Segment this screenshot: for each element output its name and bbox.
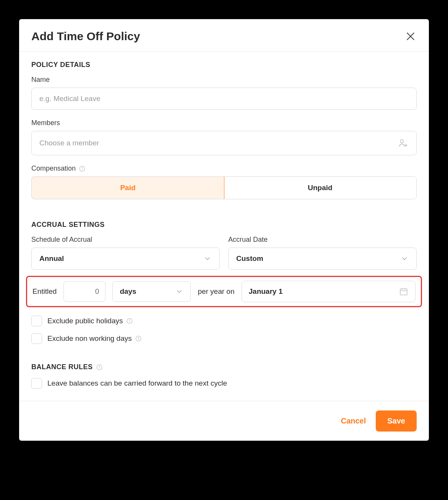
schedule-value: Annual: [39, 254, 64, 263]
exclude-holidays-checkbox[interactable]: [31, 316, 42, 326]
name-label: Name: [31, 76, 417, 84]
entitlement-row-highlighted: Entitled days per year on January 1: [26, 276, 422, 307]
accrual-settings-heading: ACCRUAL SETTINGS: [31, 221, 417, 229]
info-icon[interactable]: [126, 318, 133, 324]
entitled-amount-input[interactable]: [63, 281, 106, 302]
members-placeholder: Choose a member: [39, 139, 99, 147]
svg-point-7: [82, 167, 82, 168]
accrual-date-value: Custom: [236, 254, 263, 263]
exclude-nonworking-label: Exclude non working days: [47, 334, 142, 343]
cancel-button[interactable]: Cancel: [339, 414, 368, 428]
schedule-field-group: Schedule of Accrual Annual: [31, 236, 220, 270]
person-add-icon: [398, 138, 409, 148]
per-year-label: per year on: [198, 287, 234, 296]
add-time-off-policy-modal: Add Time Off Policy POLICY DETAILS Name …: [19, 19, 429, 441]
members-label: Members: [31, 119, 417, 127]
exclude-nonworking-checkbox[interactable]: [31, 333, 42, 344]
name-input[interactable]: [31, 88, 417, 110]
info-icon[interactable]: [96, 364, 103, 371]
members-field-group: Members Choose a member: [31, 119, 417, 155]
modal-footer: Cancel Save: [19, 401, 429, 441]
unit-value: days: [120, 287, 136, 296]
carry-forward-label: Leave balances can be carried forward to…: [47, 379, 227, 388]
info-icon[interactable]: [79, 165, 86, 172]
carry-forward-checkbox[interactable]: [31, 378, 42, 389]
calendar-icon: [399, 287, 408, 296]
members-select[interactable]: Choose a member: [31, 131, 417, 155]
svg-rect-8: [400, 289, 407, 295]
exclude-nonworking-row: Exclude non working days: [31, 333, 417, 344]
accrual-date-select[interactable]: Custom: [228, 248, 417, 270]
accrual-row: Schedule of Accrual Annual Accrual Date …: [31, 236, 417, 270]
info-icon[interactable]: [135, 335, 142, 342]
carry-forward-row: Leave balances can be carried forward to…: [31, 378, 417, 389]
compensation-unpaid-option[interactable]: Unpaid: [224, 177, 416, 199]
accrual-on-date-value: January 1: [249, 287, 283, 296]
modal-title: Add Time Off Policy: [31, 30, 140, 43]
accrual-date-field-group: Accrual Date Custom: [228, 236, 417, 270]
entitled-label: Entitled: [32, 287, 57, 296]
entitlement-unit-select[interactable]: days: [112, 281, 191, 302]
name-field-group: Name: [31, 76, 417, 110]
chevron-down-icon: [203, 254, 212, 263]
svg-point-2: [400, 140, 403, 143]
schedule-label: Schedule of Accrual: [31, 236, 220, 244]
accrual-date-label: Accrual Date: [228, 236, 417, 244]
close-icon[interactable]: [404, 30, 417, 42]
schedule-select[interactable]: Annual: [31, 248, 220, 270]
exclude-holidays-row: Exclude public holidays: [31, 316, 417, 326]
accrual-on-date-select[interactable]: January 1: [242, 281, 416, 302]
svg-point-20: [99, 366, 99, 366]
compensation-field-group: Compensation Paid Unpaid: [31, 164, 417, 199]
svg-point-17: [138, 337, 138, 337]
exclude-holidays-label: Exclude public holidays: [47, 317, 133, 325]
modal-header: Add Time Off Policy: [19, 19, 429, 52]
policy-details-heading: POLICY DETAILS: [31, 61, 417, 69]
compensation-toggle: Paid Unpaid: [31, 176, 417, 199]
chevron-down-icon: [175, 287, 183, 296]
compensation-paid-option[interactable]: Paid: [31, 176, 224, 199]
balance-rules-heading: BALANCE RULES: [31, 363, 417, 371]
save-button[interactable]: Save: [376, 410, 417, 432]
chevron-down-icon: [400, 254, 409, 263]
svg-point-14: [129, 319, 130, 320]
compensation-label: Compensation: [31, 164, 417, 173]
modal-body: POLICY DETAILS Name Members Choose a mem…: [19, 52, 429, 401]
